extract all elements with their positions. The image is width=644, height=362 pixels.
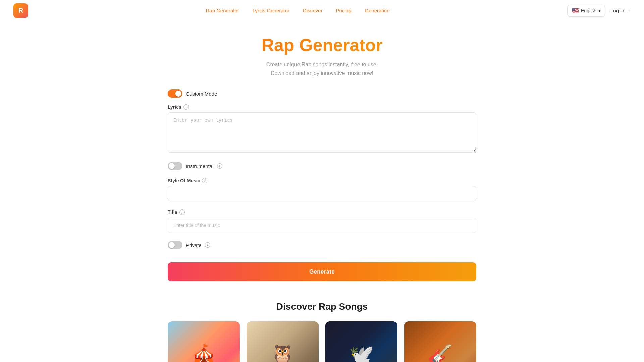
private-row: Private i: [168, 241, 476, 249]
logo-icon: R: [13, 3, 28, 18]
custom-mode-toggle[interactable]: [168, 89, 182, 98]
style-help-icon[interactable]: i: [202, 178, 207, 183]
nav-lyrics-generator[interactable]: Lyrics Generator: [253, 8, 289, 13]
song-card-art-4: 🎸: [404, 321, 476, 362]
nav-right: 🇺🇸 English ▾ Log in →: [567, 5, 631, 17]
song-card-art-2: 🦉: [247, 321, 319, 362]
language-selector[interactable]: 🇺🇸 English ▾: [567, 5, 605, 17]
style-input[interactable]: Rap: [168, 186, 476, 201]
login-button[interactable]: Log in →: [610, 8, 631, 13]
private-toggle[interactable]: [168, 241, 182, 249]
title-label: Title i: [168, 209, 476, 215]
nav-rap-generator[interactable]: Rap Generator: [206, 8, 239, 13]
song-card-art-3: 🕊️: [325, 321, 397, 362]
navbar: R Rap Generator Lyrics Generator Discove…: [0, 0, 644, 21]
page-subtitle: Create unique Rap songs instantly, free …: [168, 60, 476, 77]
chevron-down-icon: ▾: [598, 8, 601, 13]
lyrics-label: Lyrics i: [168, 104, 476, 110]
song-card[interactable]: 🎪: [168, 321, 240, 362]
lyrics-help-icon[interactable]: i: [183, 104, 189, 110]
song-grid: 🎪 🦉 🕊️ 🎸: [168, 321, 476, 362]
title-input[interactable]: [168, 218, 476, 233]
style-label: Style Of Music i: [168, 178, 476, 183]
nav-links: Rap Generator Lyrics Generator Discover …: [206, 8, 390, 14]
instrumental-label: Instrumental: [186, 163, 214, 169]
page-title: Rap Generator: [168, 35, 476, 55]
song-card-art-1: 🎪: [168, 321, 240, 362]
nav-pricing[interactable]: Pricing: [336, 8, 351, 13]
private-help-icon[interactable]: i: [205, 242, 210, 248]
main-content: Rap Generator Create unique Rap songs in…: [161, 21, 483, 362]
language-label: English: [581, 8, 596, 13]
logo[interactable]: R: [13, 3, 28, 18]
song-card[interactable]: 🦉: [247, 321, 319, 362]
title-field-group: Title i: [168, 209, 476, 233]
nav-generation[interactable]: Generation: [365, 8, 389, 13]
custom-mode-row: Custom Mode: [168, 89, 476, 98]
style-field-group: Style Of Music i Rap: [168, 178, 476, 201]
instrumental-row: Instrumental i: [168, 162, 476, 170]
instrumental-help-icon[interactable]: i: [217, 163, 222, 169]
instrumental-toggle[interactable]: [168, 162, 182, 170]
private-label: Private: [186, 242, 202, 248]
flag-icon: 🇺🇸: [572, 7, 579, 14]
lyrics-field-group: Lyrics i: [168, 104, 476, 154]
title-help-icon[interactable]: i: [179, 209, 185, 215]
custom-mode-label: Custom Mode: [186, 91, 217, 97]
lyrics-input[interactable]: [168, 112, 476, 153]
nav-discover[interactable]: Discover: [303, 8, 322, 13]
generate-button[interactable]: Generate: [168, 262, 476, 281]
song-card[interactable]: 🎸: [404, 321, 476, 362]
discover-title: Discover Rap Songs: [168, 301, 476, 312]
song-card[interactable]: 🕊️: [325, 321, 397, 362]
